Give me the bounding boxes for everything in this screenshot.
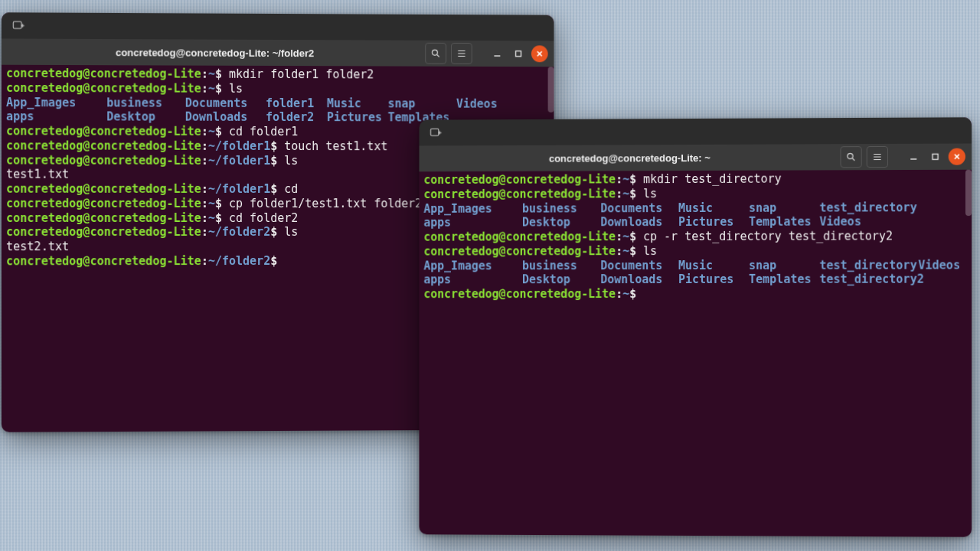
ls-output: App_Images business Documents Music snap…: [423, 258, 967, 287]
titlebar[interactable]: concretedog@concretedog-Lite: ~/folder2: [2, 38, 554, 67]
minimize-button[interactable]: [489, 45, 506, 62]
svg-rect-5: [933, 154, 938, 159]
svg-point-4: [848, 154, 853, 159]
menu-button[interactable]: [867, 146, 888, 168]
command-text: mkdir folder1 folder2: [229, 67, 374, 82]
terminal-content[interactable]: concretedog@concretedog-Lite:~$ mkdir te…: [419, 170, 972, 537]
window-title: concretedog@concretedog-Lite: ~: [425, 152, 835, 165]
close-icon: [953, 153, 961, 161]
svg-point-1: [433, 50, 438, 55]
tab-bar: [2, 12, 554, 41]
maximize-button[interactable]: [926, 148, 943, 165]
window-title: concretedog@concretedog-Lite: ~/folder2: [8, 46, 420, 59]
prompt-host: concretedog-Lite: [90, 67, 201, 81]
minimize-icon: [910, 153, 917, 161]
hamburger-icon: [456, 48, 467, 59]
svg-rect-0: [13, 21, 21, 28]
minimize-button[interactable]: [905, 148, 922, 165]
search-icon: [846, 152, 857, 162]
new-tab-button[interactable]: [8, 16, 29, 34]
hamburger-icon: [872, 152, 883, 162]
ls-output: App_Images business Documents Music snap…: [423, 200, 967, 230]
search-button[interactable]: [425, 43, 446, 64]
terminal-window-right: concretedog@concretedog-Lite: ~ concrete…: [419, 117, 972, 536]
close-button[interactable]: [949, 148, 965, 165]
svg-rect-3: [431, 129, 439, 135]
new-tab-icon: [429, 126, 443, 140]
minimize-icon: [493, 50, 501, 57]
close-button[interactable]: [531, 45, 548, 62]
maximize-button[interactable]: [510, 45, 527, 62]
svg-rect-2: [516, 51, 521, 57]
menu-button[interactable]: [451, 43, 472, 64]
close-icon: [536, 50, 544, 57]
search-icon: [430, 48, 441, 59]
maximize-icon: [514, 50, 522, 57]
maximize-icon: [931, 153, 939, 161]
scrollbar-thumb[interactable]: [965, 170, 972, 216]
search-button[interactable]: [841, 146, 862, 168]
tab-bar: [419, 117, 972, 145]
scrollbar-thumb[interactable]: [548, 67, 554, 112]
prompt-user: concretedog: [6, 67, 83, 80]
titlebar[interactable]: concretedog@concretedog-Lite: ~: [419, 143, 972, 171]
new-tab-icon: [11, 18, 25, 32]
new-tab-button[interactable]: [425, 124, 446, 142]
prompt-path: ~: [208, 67, 215, 81]
